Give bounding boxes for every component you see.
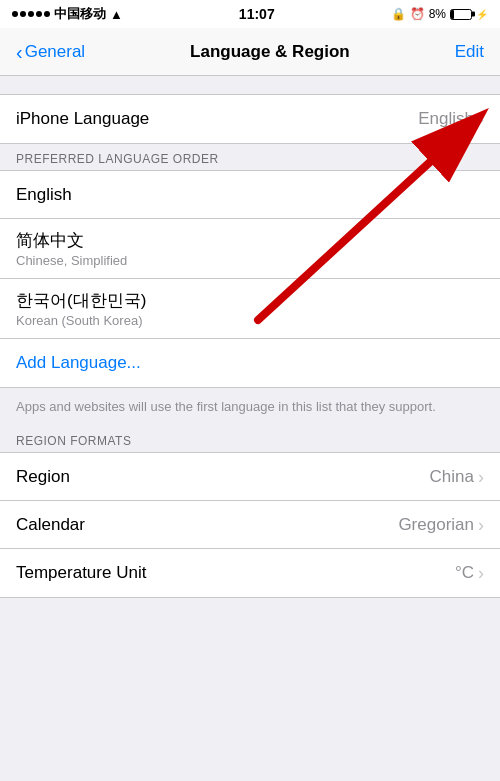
language-row-korean[interactable]: 한국어(대한민국) Korean (South Korea): [0, 279, 500, 339]
language-sub-chinese: Chinese, Simplified: [16, 253, 484, 268]
language-main-english: English: [16, 185, 484, 205]
signal-dots: [12, 11, 50, 17]
language-row-chinese[interactable]: 简体中文 Chinese, Simplified: [0, 219, 500, 279]
language-main-chinese: 简体中文: [16, 229, 484, 252]
battery-pct: 8%: [429, 7, 446, 21]
temperature-label: Temperature Unit: [16, 563, 146, 583]
preferred-language-header: PREFERRED LANGUAGE ORDER: [0, 144, 500, 170]
language-main-korean: 한국어(대한민국): [16, 289, 484, 312]
nav-bar: ‹ General Language & Region Edit: [0, 28, 500, 76]
back-chevron-icon: ‹: [16, 42, 23, 62]
temperature-value: °C: [455, 563, 474, 583]
alarm-icon: ⏰: [410, 7, 425, 21]
temperature-row[interactable]: Temperature Unit °C ›: [0, 549, 500, 597]
charge-icon: ⚡: [476, 9, 488, 20]
language-row-english[interactable]: English: [0, 171, 500, 219]
battery-fill: [451, 10, 454, 19]
iphone-language-chevron: ›: [478, 110, 484, 128]
calendar-value-wrap: Gregorian ›: [398, 515, 484, 535]
calendar-row[interactable]: Calendar Gregorian ›: [0, 501, 500, 549]
status-right: 🔒 ⏰ 8% ⚡: [391, 7, 488, 21]
region-formats-header: REGION FORMATS: [0, 426, 500, 452]
time-display: 11:07: [239, 6, 275, 22]
region-label: Region: [16, 467, 70, 487]
edit-button[interactable]: Edit: [455, 42, 484, 62]
region-value: China: [430, 467, 474, 487]
battery-indicator: [450, 9, 472, 20]
region-row[interactable]: Region China ›: [0, 453, 500, 501]
preferred-language-footer: Apps and websites will use the first lan…: [0, 388, 500, 426]
page-title: Language & Region: [190, 42, 350, 62]
lock-icon: 🔒: [391, 7, 406, 21]
calendar-chevron: ›: [478, 516, 484, 534]
add-language-label: Add Language...: [16, 353, 141, 373]
language-sub-korean: Korean (South Korea): [16, 313, 484, 328]
carrier-label: 中国移动: [54, 5, 106, 23]
status-left: 中国移动 ▲: [12, 5, 123, 23]
back-button[interactable]: ‹ General: [16, 42, 85, 62]
section-gap-1: [0, 76, 500, 94]
page-wrapper: 中国移动 ▲ 11:07 🔒 ⏰ 8% ⚡ ‹ General Language…: [0, 0, 500, 781]
calendar-label: Calendar: [16, 515, 85, 535]
battery-bar: [450, 9, 472, 20]
back-label: General: [25, 42, 85, 62]
iphone-language-label: iPhone Language: [16, 109, 149, 129]
preferred-languages-group: English 简体中文 Chinese, Simplified 한국어(대한민…: [0, 170, 500, 388]
calendar-value: Gregorian: [398, 515, 474, 535]
iphone-language-value-wrap: English ›: [418, 109, 484, 129]
region-chevron: ›: [478, 468, 484, 486]
status-bar: 中国移动 ▲ 11:07 🔒 ⏰ 8% ⚡: [0, 0, 500, 28]
region-value-wrap: China ›: [430, 467, 484, 487]
region-formats-group: Region China › Calendar Gregorian › Temp…: [0, 452, 500, 598]
iphone-language-row[interactable]: iPhone Language English ›: [0, 95, 500, 143]
iphone-language-group: iPhone Language English ›: [0, 94, 500, 144]
temperature-chevron: ›: [478, 564, 484, 582]
temperature-value-wrap: °C ›: [455, 563, 484, 583]
wifi-icon: ▲: [110, 7, 123, 22]
add-language-row[interactable]: Add Language...: [0, 339, 500, 387]
iphone-language-value: English: [418, 109, 474, 129]
